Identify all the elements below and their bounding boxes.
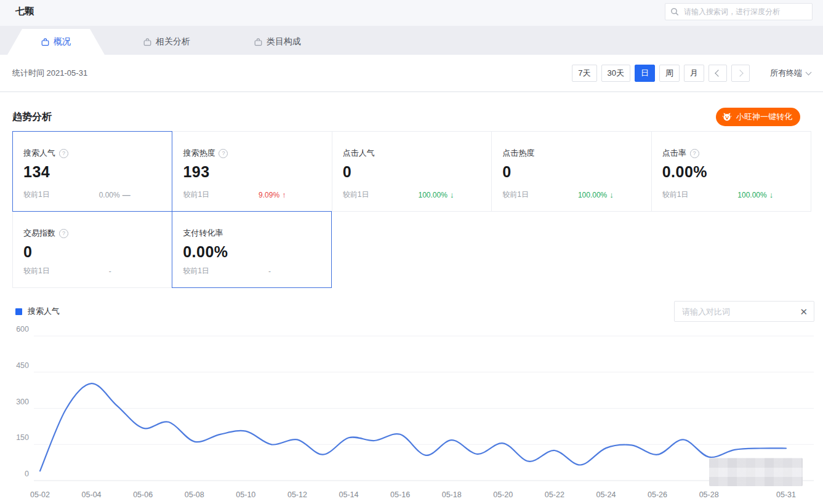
stats-row: 统计时间 2021-05-31 7天 30天 日 周 月 所有终端 xyxy=(0,55,823,92)
metric-title: 交易指数 xyxy=(23,228,55,239)
metric-change: 100.00% xyxy=(737,191,766,199)
range-day-button[interactable]: 日 xyxy=(635,65,655,82)
range-week-button[interactable]: 周 xyxy=(659,65,680,82)
y-axis-tick: 150 xyxy=(16,433,29,442)
metric-value: 0 xyxy=(23,243,161,261)
terminal-dropdown[interactable]: 所有终端 xyxy=(770,68,811,79)
compare-period-label: 较前1日 xyxy=(23,266,50,276)
tab-label: 相关分析 xyxy=(156,36,190,47)
tab-label: 概况 xyxy=(54,36,71,47)
metric-cards-row-1: 搜索人气?134较前1日0.00%—搜索热度?193较前1日9.09%↑点击人气… xyxy=(12,131,811,212)
metric-title: 点击热度 xyxy=(502,148,534,159)
metric-card[interactable]: 交易指数?0较前1日- xyxy=(12,211,172,288)
metric-value: 0 xyxy=(502,163,640,181)
next-date-button[interactable] xyxy=(731,65,750,82)
chart-legend: 搜索人气 xyxy=(15,306,60,317)
y-axis-tick: 300 xyxy=(16,398,29,406)
metric-change: 100.00% xyxy=(419,191,448,199)
tab-bar: 概况 相关分析 类目构成 xyxy=(0,26,823,55)
top-bar: 七颗 xyxy=(0,0,823,26)
bag-icon xyxy=(41,38,49,46)
metric-change: 9.09% xyxy=(259,191,279,199)
trend-line-chart[interactable]: 015030045060005-0205-0405-0605-0805-1005… xyxy=(0,323,823,504)
prev-date-button[interactable] xyxy=(709,65,727,82)
compare-word-input[interactable] xyxy=(681,306,795,317)
info-icon[interactable]: ? xyxy=(59,149,68,158)
metric-value: 134 xyxy=(23,163,161,181)
mosaic-watermark xyxy=(709,458,803,486)
chevron-left-icon xyxy=(715,70,721,76)
tab-overview[interactable]: 概况 xyxy=(7,29,105,55)
metric-card[interactable]: 搜索人气?134较前1日0.00%— xyxy=(12,131,172,212)
metric-card[interactable]: 点击热度0较前1日100.00%↓ xyxy=(491,131,651,212)
convert-button-label: 小旺神一键转化 xyxy=(736,111,792,122)
info-icon[interactable]: ? xyxy=(59,229,68,238)
metric-card[interactable]: 点击人气0较前1日100.00%↓ xyxy=(332,131,492,212)
close-icon[interactable]: ✕ xyxy=(800,307,808,316)
stat-time-label: 统计时间 2021-05-31 xyxy=(12,68,87,79)
terminal-label: 所有终端 xyxy=(770,68,802,79)
search-icon xyxy=(670,7,679,16)
down-arrow-icon: ↓ xyxy=(609,190,614,199)
compare-period-label: 较前1日 xyxy=(343,190,369,200)
down-arrow-icon: ↓ xyxy=(450,190,454,199)
metric-title: 点击率 xyxy=(662,148,686,159)
metric-title: 搜索人气 xyxy=(23,148,55,159)
x-axis-tick: 05-04 xyxy=(82,490,102,499)
x-axis-tick: 05-16 xyxy=(390,490,410,499)
compare-period-label: 较前1日 xyxy=(183,266,209,276)
range-30d-button[interactable]: 30天 xyxy=(601,65,630,82)
metric-change: - xyxy=(109,267,111,276)
trend-line-series xyxy=(40,383,786,471)
metric-change: 0.00% xyxy=(99,191,120,199)
tab-related-analysis[interactable]: 相关分析 xyxy=(118,29,215,55)
tab-category-composition[interactable]: 类目构成 xyxy=(229,29,326,55)
x-axis-tick: 05-08 xyxy=(185,490,204,499)
info-icon[interactable]: ? xyxy=(690,149,699,158)
metric-card[interactable]: 点击率?0.00%较前1日100.00%↓ xyxy=(651,131,811,212)
legend-swatch-icon xyxy=(15,308,22,315)
y-axis-tick: 450 xyxy=(16,361,29,370)
search-input[interactable] xyxy=(683,7,807,17)
metric-title: 搜索热度 xyxy=(183,148,215,159)
range-7d-button[interactable]: 7天 xyxy=(572,65,596,82)
metric-card[interactable]: 支付转化率0.00%较前1日- xyxy=(172,211,332,288)
x-axis-tick: 05-12 xyxy=(287,490,307,499)
compare-word-box[interactable]: ✕ xyxy=(674,301,814,322)
metric-card[interactable]: 搜索热度?193较前1日9.09%↑ xyxy=(172,131,332,212)
trend-section-head: 趋势分析 小旺神一键转化 xyxy=(0,103,823,131)
metric-cards: 搜索人气?134较前1日0.00%—搜索热度?193较前1日9.09%↑点击人气… xyxy=(12,131,811,288)
section-title: 趋势分析 xyxy=(12,111,52,124)
metric-change: 100.00% xyxy=(578,191,607,199)
metric-value: 0.00% xyxy=(662,163,800,181)
x-axis-tick: 05-02 xyxy=(30,490,50,499)
compare-period-label: 较前1日 xyxy=(23,190,50,200)
info-icon[interactable]: ? xyxy=(219,149,228,158)
x-axis-tick: 05-14 xyxy=(339,490,359,499)
range-month-button[interactable]: 月 xyxy=(684,65,704,82)
chevron-down-icon xyxy=(806,69,812,75)
deep-search-box[interactable] xyxy=(665,3,813,20)
metric-change: - xyxy=(268,267,271,276)
bag-icon xyxy=(143,38,151,46)
x-axis-tick: 05-31 xyxy=(776,490,796,499)
legend-label: 搜索人气 xyxy=(28,306,60,317)
x-axis-tick: 05-26 xyxy=(648,490,667,499)
y-axis-tick: 600 xyxy=(16,325,29,334)
flat-dash-icon: — xyxy=(122,190,130,199)
x-axis-tick: 05-28 xyxy=(699,490,719,499)
metric-value: 193 xyxy=(183,163,321,181)
x-axis-tick: 05-20 xyxy=(493,490,513,499)
compare-period-label: 较前1日 xyxy=(183,190,209,200)
x-axis-tick: 05-06 xyxy=(133,490,153,499)
mascot-icon xyxy=(721,111,733,122)
y-axis-tick: 0 xyxy=(25,470,29,478)
one-key-convert-button[interactable]: 小旺神一键转化 xyxy=(716,108,800,126)
x-axis-tick: 05-18 xyxy=(442,490,462,499)
chevron-right-icon xyxy=(736,70,743,76)
x-axis-tick: 05-24 xyxy=(596,490,616,499)
metric-value: 0.00% xyxy=(183,243,321,261)
compare-period-label: 较前1日 xyxy=(502,190,529,200)
metric-title: 支付转化率 xyxy=(183,228,223,239)
tab-label: 类目构成 xyxy=(267,36,301,47)
